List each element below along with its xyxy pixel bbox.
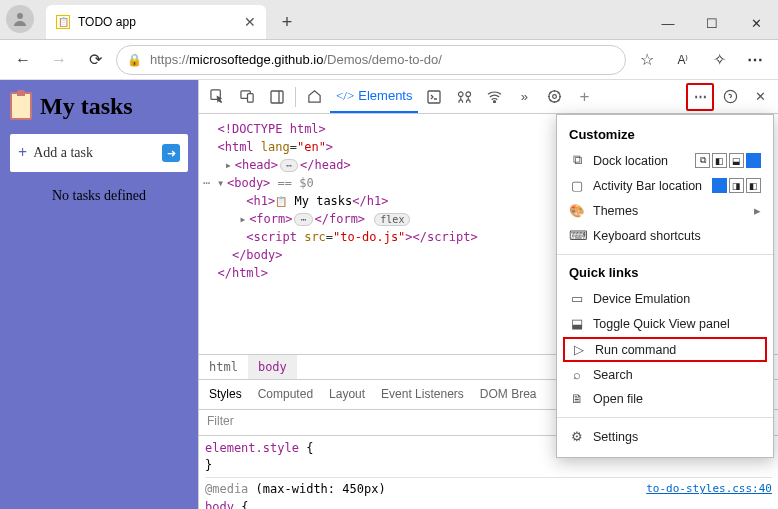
elements-tab[interactable]: </> Elements	[330, 80, 418, 113]
stylesheet-link[interactable]: to-do-styles.css:40	[646, 481, 772, 497]
dock-location-row[interactable]: ⧉ Dock location ⧉ ◧ ⬓	[557, 148, 773, 173]
devtools-more-button[interactable]: ⋯	[686, 83, 714, 111]
dock-bottom[interactable]: ⬓	[729, 153, 744, 168]
sources-tab-icon[interactable]	[450, 83, 478, 111]
app-preview: My tasks + Add a task ➜ No tasks defined	[0, 80, 198, 509]
more-tabs-chevron[interactable]: »	[510, 83, 538, 111]
svg-rect-6	[428, 91, 440, 103]
devtools-help-button[interactable]	[716, 83, 744, 111]
search-icon: ⌕	[569, 368, 585, 382]
url-text: https://microsoftedge.github.io/Demos/de…	[150, 52, 615, 67]
keyboard-icon: ⌨	[569, 228, 585, 243]
tab-layout[interactable]: Layout	[329, 387, 365, 401]
tab-dom-breakpoints[interactable]: DOM Brea	[480, 387, 537, 401]
refresh-button[interactable]: ⟳	[80, 45, 110, 75]
dock-left[interactable]: ◧	[712, 153, 727, 168]
quicklinks-heading: Quick links	[557, 261, 773, 286]
maximize-button[interactable]: ☐	[690, 7, 734, 39]
crumb-body[interactable]: body	[248, 355, 297, 379]
devtools-tabbar: </> Elements » + ⋯ ✕	[199, 80, 778, 114]
device-toggle-button[interactable]	[233, 83, 261, 111]
lock-icon: 🔒	[127, 53, 142, 67]
devtools-panel: </> Elements » + ⋯ ✕ <!DOCTYPE html> <ht…	[198, 80, 778, 509]
clipboard-icon	[10, 92, 32, 120]
quickview-icon: ⬓	[569, 316, 585, 331]
run-icon: ▷	[571, 342, 587, 357]
activity-bar-location-row[interactable]: ▢ Activity Bar location ◨ ◧	[557, 173, 773, 198]
toggle-quickview-row[interactable]: ⬓Toggle Quick View panel	[557, 311, 773, 336]
devtools-close-button[interactable]: ✕	[746, 83, 774, 111]
activitybar-left[interactable]: ◨	[729, 178, 744, 193]
dock-icon: ⧉	[569, 153, 585, 168]
keyboard-shortcuts-row[interactable]: ⌨Keyboard shortcuts	[557, 223, 773, 248]
tab-styles[interactable]: Styles	[209, 387, 242, 401]
svg-point-0	[17, 13, 23, 19]
svg-point-11	[553, 95, 557, 99]
favorite-button[interactable]: ☆	[632, 45, 662, 75]
performance-tab-icon[interactable]	[540, 83, 568, 111]
file-icon: 🗎	[569, 392, 585, 406]
tab-close-icon[interactable]: ✕	[244, 14, 256, 30]
svg-point-8	[466, 91, 471, 96]
settings-row[interactable]: ⚙Settings	[557, 424, 773, 449]
svg-rect-4	[271, 91, 283, 103]
plus-icon: +	[18, 144, 27, 162]
add-task-placeholder: Add a task	[33, 145, 93, 161]
themes-icon: 🎨	[569, 203, 585, 218]
svg-point-7	[458, 91, 463, 96]
activitybar-icon: ▢	[569, 178, 585, 193]
svg-point-9	[494, 101, 496, 103]
console-tab-icon[interactable]	[420, 83, 448, 111]
close-window-button[interactable]: ✕	[734, 7, 778, 39]
add-task-input[interactable]: + Add a task ➜	[10, 134, 188, 172]
submit-arrow-icon[interactable]: ➜	[162, 144, 180, 162]
tab-event-listeners[interactable]: Event Listeners	[381, 387, 464, 401]
devtools-customize-menu: Customize ⧉ Dock location ⧉ ◧ ⬓ ▢ Activi…	[556, 114, 774, 458]
device-icon: ▭	[569, 291, 585, 306]
inspect-element-button[interactable]	[203, 83, 231, 111]
brackets-icon: </>	[336, 88, 354, 104]
browser-tab[interactable]: 📋 TODO app ✕	[46, 5, 266, 39]
tab-computed[interactable]: Computed	[258, 387, 313, 401]
add-tab-button[interactable]: +	[570, 83, 598, 111]
activitybar-top[interactable]	[712, 178, 727, 193]
activitybar-right[interactable]: ◧	[746, 178, 761, 193]
address-bar[interactable]: 🔒 https://microsoftedge.github.io/Demos/…	[116, 45, 626, 75]
tab-title: TODO app	[78, 15, 136, 29]
app-heading: My tasks	[10, 92, 188, 120]
dock-undock[interactable]: ⧉	[695, 153, 710, 168]
themes-row[interactable]: 🎨Themes▸	[557, 198, 773, 223]
new-tab-button[interactable]: +	[272, 7, 302, 37]
read-aloud-button[interactable]: A⁾	[668, 45, 698, 75]
back-button[interactable]: ←	[8, 45, 38, 75]
search-row[interactable]: ⌕Search	[557, 363, 773, 387]
dock-right[interactable]	[746, 153, 761, 168]
svg-rect-3	[247, 94, 253, 102]
svg-point-12	[724, 90, 736, 102]
minimize-button[interactable]: —	[646, 7, 690, 39]
favorites-bar-button[interactable]: ✧	[704, 45, 734, 75]
device-emulation-row[interactable]: ▭Device Emulation	[557, 286, 773, 311]
forward-button: →	[44, 45, 74, 75]
run-command-row[interactable]: ▷Run command	[563, 337, 767, 362]
network-tab-icon[interactable]	[480, 83, 508, 111]
dock-button[interactable]	[263, 83, 291, 111]
customize-heading: Customize	[557, 123, 773, 148]
welcome-tab[interactable]	[300, 83, 328, 111]
gear-icon: ⚙	[569, 429, 585, 444]
open-file-row[interactable]: 🗎Open file	[557, 387, 773, 411]
browser-menu-button[interactable]: ⋯	[740, 45, 770, 75]
empty-state-text: No tasks defined	[10, 188, 188, 204]
crumb-html[interactable]: html	[199, 355, 248, 379]
profile-avatar[interactable]	[6, 5, 34, 33]
favicon: 📋	[56, 15, 70, 29]
